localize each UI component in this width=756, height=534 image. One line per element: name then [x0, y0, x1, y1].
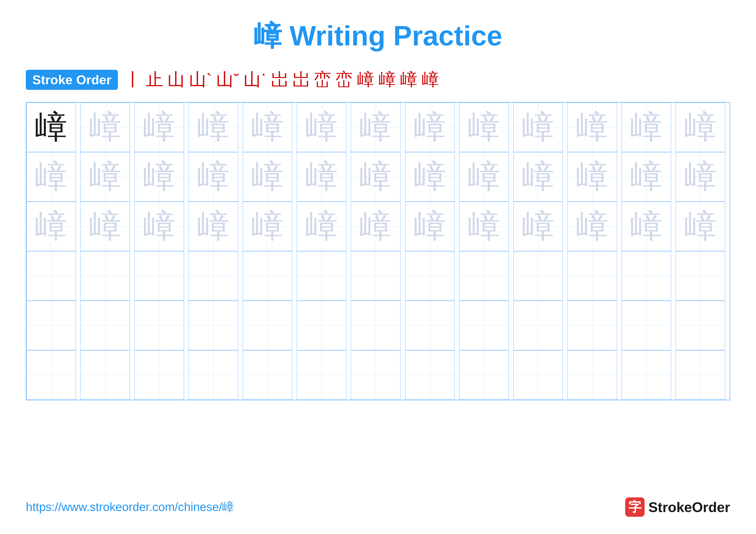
grid-cell-r6c11[interactable] [567, 350, 617, 400]
grid-cell-r3c9[interactable]: 嶂 [459, 202, 509, 251]
char-r2c7: 嶂 [360, 155, 392, 199]
grid-cell-r2c8[interactable]: 嶂 [405, 152, 455, 202]
grid-cell-r5c12[interactable] [622, 301, 671, 350]
grid-cell-r6c8[interactable] [405, 350, 455, 400]
grid-cell-r4c7[interactable] [351, 251, 400, 301]
grid-cell-r6c9[interactable] [459, 350, 509, 400]
grid-cell-r1c5[interactable]: 嶂 [243, 103, 292, 152]
char-r2c1: 嶂 [35, 155, 67, 199]
footer-url[interactable]: https://www.strokeorder.com/chinese/嶂 [26, 499, 234, 515]
char-r2c11: 嶂 [576, 155, 608, 199]
grid-cell-r3c1[interactable]: 嶂 [26, 202, 76, 251]
grid-cell-r5c7[interactable] [351, 301, 400, 350]
grid-cell-r5c4[interactable] [189, 301, 238, 350]
grid-cell-r6c2[interactable] [80, 350, 130, 400]
grid-cell-r4c1[interactable] [26, 251, 76, 301]
grid-cell-r5c13[interactable] [676, 301, 725, 350]
grid-cell-r1c2[interactable]: 嶂 [80, 103, 130, 152]
grid-cell-r1c11[interactable]: 嶂 [567, 103, 617, 152]
char-r3c11: 嶂 [576, 205, 608, 248]
grid-cell-r1c6[interactable]: 嶂 [297, 103, 346, 152]
grid-cell-r5c6[interactable] [297, 301, 346, 350]
grid-cell-r5c3[interactable] [134, 301, 184, 350]
grid-cell-r6c5[interactable] [243, 350, 292, 400]
grid-cell-r6c13[interactable] [676, 350, 725, 400]
grid-cell-r4c8[interactable] [405, 251, 455, 301]
char-r1c9: 嶂 [468, 106, 500, 149]
grid-cell-r6c7[interactable] [351, 350, 400, 400]
grid-cell-r1c1[interactable]: 嶂 [26, 103, 76, 152]
grid-cell-r2c11[interactable]: 嶂 [567, 152, 617, 202]
grid-cell-r6c4[interactable] [189, 350, 238, 400]
grid-cell-r3c4[interactable]: 嶂 [189, 202, 238, 251]
grid-cell-r2c10[interactable]: 嶂 [513, 152, 563, 202]
grid-cell-r4c3[interactable] [134, 251, 184, 301]
grid-cell-r4c13[interactable] [676, 251, 725, 301]
grid-cell-r1c7[interactable]: 嶂 [351, 103, 400, 152]
grid-cell-r4c12[interactable] [622, 251, 671, 301]
grid-cell-r5c2[interactable] [80, 301, 130, 350]
stroke-12: 嶂 [379, 68, 396, 91]
grid-cell-r2c2[interactable]: 嶂 [80, 152, 130, 202]
char-r2c4: 嶂 [197, 155, 230, 199]
grid-cell-r6c6[interactable] [297, 350, 346, 400]
stroke-9: 峦 [314, 68, 331, 91]
grid-cell-r3c10[interactable]: 嶂 [513, 202, 563, 251]
char-r3c6: 嶂 [305, 205, 338, 248]
grid-cell-r1c9[interactable]: 嶂 [459, 103, 509, 152]
grid-cell-r2c12[interactable]: 嶂 [622, 152, 671, 202]
grid-cell-r4c9[interactable] [459, 251, 509, 301]
stroke-order-badge: Stroke Order [26, 70, 118, 90]
grid-cell-r4c11[interactable] [567, 251, 617, 301]
grid-cell-r6c1[interactable] [26, 350, 76, 400]
grid-cell-r1c13[interactable]: 嶂 [676, 103, 725, 152]
char-r1c12: 嶂 [630, 106, 662, 149]
char-r1c8: 嶂 [414, 106, 446, 149]
grid-cell-r6c3[interactable] [134, 350, 184, 400]
grid-cell-r4c2[interactable] [80, 251, 130, 301]
grid-cell-r1c8[interactable]: 嶂 [405, 103, 455, 152]
char-r2c5: 嶂 [251, 155, 284, 199]
grid-cell-r1c4[interactable]: 嶂 [189, 103, 238, 152]
grid-cell-r2c6[interactable]: 嶂 [297, 152, 346, 202]
grid-cell-r3c3[interactable]: 嶂 [134, 202, 184, 251]
stroke-8: 岀 [292, 68, 310, 91]
footer-logo: 字 StrokeOrder [625, 497, 730, 517]
grid-cell-r5c9[interactable] [459, 301, 509, 350]
grid-cell-r6c10[interactable] [513, 350, 563, 400]
grid-cell-r3c12[interactable]: 嶂 [622, 202, 671, 251]
grid-cell-r4c6[interactable] [297, 251, 346, 301]
grid-cell-r2c3[interactable]: 嶂 [134, 152, 184, 202]
grid-cell-r3c13[interactable]: 嶂 [676, 202, 725, 251]
char-r3c13: 嶂 [684, 205, 716, 248]
grid-cell-r2c13[interactable]: 嶂 [676, 152, 725, 202]
grid-cell-r3c2[interactable]: 嶂 [80, 202, 130, 251]
grid-cell-r3c6[interactable]: 嶂 [297, 202, 346, 251]
grid-cell-r4c4[interactable] [189, 251, 238, 301]
grid-cell-r2c9[interactable]: 嶂 [459, 152, 509, 202]
grid-cell-r3c7[interactable]: 嶂 [351, 202, 400, 251]
grid-cell-r2c7[interactable]: 嶂 [351, 152, 400, 202]
char-r1c5: 嶂 [251, 106, 284, 149]
stroke-11: 嶂 [357, 68, 374, 91]
grid-cell-r2c1[interactable]: 嶂 [26, 152, 76, 202]
stroke-7: 岀 [271, 68, 288, 91]
grid-cell-r2c5[interactable]: 嶂 [243, 152, 292, 202]
grid-cell-r3c8[interactable]: 嶂 [405, 202, 455, 251]
grid-cell-r5c8[interactable] [405, 301, 455, 350]
grid-cell-r2c4[interactable]: 嶂 [189, 152, 238, 202]
grid-cell-r5c10[interactable] [513, 301, 563, 350]
char-r2c3: 嶂 [143, 155, 176, 199]
grid-cell-r1c3[interactable]: 嶂 [134, 103, 184, 152]
grid-cell-r3c5[interactable]: 嶂 [243, 202, 292, 251]
grid-cell-r6c12[interactable] [622, 350, 671, 400]
grid-cell-r5c1[interactable] [26, 301, 76, 350]
grid-cell-r4c10[interactable] [513, 251, 563, 301]
grid-cell-r1c12[interactable]: 嶂 [622, 103, 671, 152]
char-r3c1: 嶂 [35, 205, 67, 248]
grid-cell-r5c5[interactable] [243, 301, 292, 350]
grid-cell-r3c11[interactable]: 嶂 [567, 202, 617, 251]
grid-cell-r5c11[interactable] [567, 301, 617, 350]
grid-cell-r1c10[interactable]: 嶂 [513, 103, 563, 152]
grid-cell-r4c5[interactable] [243, 251, 292, 301]
